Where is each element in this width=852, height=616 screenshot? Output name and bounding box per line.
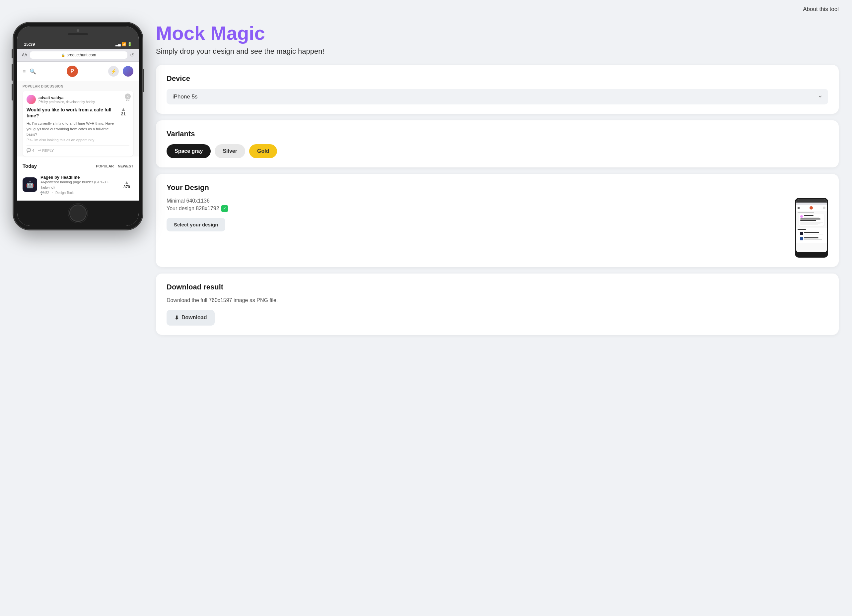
preview-mini-title2 <box>800 220 816 221</box>
status-time: 15:39 <box>24 42 35 47</box>
preview-mini-body2 <box>800 223 820 223</box>
today-tabs: POPULAR NEWEST <box>96 164 133 168</box>
preview-screen <box>796 199 827 252</box>
card-content: Would you like to work from a cafe full … <box>27 107 129 143</box>
variants-heading: Variants <box>166 130 828 138</box>
design-preview <box>795 198 828 258</box>
variant-silver-button[interactable]: Silver <box>215 144 245 158</box>
preview-product-desc2 <box>804 239 822 240</box>
about-link[interactable]: About this tool <box>803 6 839 13</box>
preview-product-name <box>804 232 819 233</box>
vote-count: 21 <box>118 111 129 116</box>
preview-product-icon2 <box>800 237 803 240</box>
preview-nav-ham <box>798 207 799 209</box>
preview-today-title <box>798 229 806 230</box>
vote-triangle-icon: ▲ <box>120 180 133 185</box>
preview-mini-name <box>804 215 814 216</box>
card-author: advait vaidya PM by profession, develope… <box>27 95 129 104</box>
design-spec-ok: Your design 828x1792 ✓ <box>166 205 788 212</box>
app-title: Mock Magic <box>156 23 839 44</box>
preview-product-icon <box>800 232 803 235</box>
device-select[interactable]: iPhone 5s iPhone 6 iPhone X Samsung Gala… <box>166 89 828 104</box>
preview-mini-ph-logo <box>810 206 813 209</box>
browser-reload-icon: ↺ <box>130 53 134 58</box>
preview-mini-browser <box>796 203 827 205</box>
variants-row: Space gray Silver Gold <box>166 144 828 158</box>
product-name: Pages by Headlime <box>41 175 117 180</box>
preview-today-section <box>796 228 827 243</box>
preview-product-name2 <box>804 237 819 238</box>
check-badge: ✓ <box>221 205 228 212</box>
preview-mini-product <box>799 231 824 236</box>
design-spec-minimal: Minimal 640x1136 <box>166 198 788 204</box>
product-stats: 💬 52 Design Tools <box>41 191 117 194</box>
browser-aa: AA <box>22 53 27 57</box>
reply-action: ↩ REPLY <box>38 148 54 152</box>
app-subtitle: Simply drop your design and see the magi… <box>156 47 839 56</box>
vote-up-icon: ▲ <box>118 107 129 111</box>
preview-mini-author-text <box>804 215 823 218</box>
popular-label: POPULAR DISCUSSION <box>23 84 133 88</box>
preview-product-desc <box>804 234 823 234</box>
comment-action: 💬 4 <box>27 148 34 152</box>
close-icon: ✕ <box>125 93 131 99</box>
design-heading: Your Design <box>166 183 828 192</box>
preview-mini-title1 <box>800 218 820 220</box>
preview-mini-label <box>798 212 814 213</box>
product-vote: ▲ 370 <box>120 180 133 189</box>
device-card: Device iPhone 5s iPhone 6 iPhone X Samsu… <box>156 65 839 114</box>
app-nav: ≡ 🔍 P ⚡ <box>17 62 139 81</box>
select-design-button[interactable]: Select your design <box>166 218 225 231</box>
product-info: Pages by Headlime AI-powered landing pag… <box>41 175 117 194</box>
side-button-vol-down <box>12 84 13 101</box>
discussion-body: Hi, I'm currently shifting to a full tim… <box>27 120 115 143</box>
popular-section: POPULAR DISCUSSION ✕ advait vaidya PM by… <box>17 81 139 157</box>
variants-card: Variants Space gray Silver Gold <box>156 120 839 167</box>
author-role: PM by profession, developer by hobby. <box>38 100 95 104</box>
phone-bottom <box>17 200 139 226</box>
design-info: Minimal 640x1136 Your design 828x1792 ✓ … <box>166 198 788 231</box>
variant-gold-button[interactable]: Gold <box>249 144 277 158</box>
download-card: Download result Download the full 760x15… <box>156 274 839 335</box>
preview-mini-product2 <box>799 236 824 241</box>
variant-space-gray-button[interactable]: Space gray <box>166 144 211 158</box>
preview-mini-author-row <box>800 215 823 218</box>
card-actions: 💬 4 ↩ REPLY <box>27 145 129 152</box>
preview-mini-status <box>796 199 827 203</box>
preview-mini-avatar-small <box>800 215 803 218</box>
producthunt-logo: P <box>67 66 78 77</box>
discussion-card: ✕ advait vaidya PM by profession, develo… <box>23 91 133 157</box>
card-text: Would you like to work from a cafe full … <box>27 107 115 143</box>
preview-mini-card <box>799 214 824 226</box>
lock-icon: 🔒 <box>61 53 65 57</box>
preview-mini-nav <box>796 205 827 211</box>
download-button[interactable]: ⬇ Download <box>166 310 215 325</box>
tab-newest: NEWEST <box>118 164 133 168</box>
user-avatar <box>123 66 133 77</box>
speaker-grill <box>68 33 88 35</box>
product-desc: AI-powered landing page builder (GPT-3 +… <box>41 180 117 190</box>
preview-product-lines2 <box>804 237 823 240</box>
download-heading: Download result <box>166 283 828 291</box>
status-bar: 15:39 ▂▄ 📶 🔋 <box>17 39 139 49</box>
vote-box: ▲ 21 <box>118 107 129 116</box>
download-btn-label: Download <box>181 315 207 321</box>
browser-url-bar: 🔒 producthunt.com <box>30 51 127 59</box>
device-heading: Device <box>166 74 828 83</box>
download-icon: ⬇ <box>175 315 179 321</box>
phone-screen: 15:39 ▂▄ 📶 🔋 AA 🔒 producthunt.com ↺ ≡ 🔍 <box>17 27 139 226</box>
side-button-vol-up <box>12 64 13 81</box>
today-section: Today POPULAR NEWEST 🤖 Pages by Headlime… <box>17 160 139 200</box>
preview-mini-body1 <box>800 222 823 223</box>
phone-mockup: 15:39 ▂▄ 📶 🔋 AA 🔒 producthunt.com ↺ ≡ 🔍 <box>13 23 143 230</box>
search-icon: 🔍 <box>30 68 36 75</box>
side-button-mute <box>12 49 13 58</box>
discussion-title: Would you like to work from a cafe full … <box>27 107 115 119</box>
preview-mini-popular <box>796 211 827 228</box>
status-icons: ▂▄ 📶 🔋 <box>115 42 132 47</box>
design-card: Your Design Minimal 640x1136 Your design… <box>156 174 839 267</box>
design-card-inner: Minimal 640x1136 Your design 828x1792 ✓ … <box>166 198 828 258</box>
preview-mini-role <box>804 217 819 217</box>
camera-dot <box>77 29 79 32</box>
notification-icon: ⚡ <box>108 66 119 77</box>
